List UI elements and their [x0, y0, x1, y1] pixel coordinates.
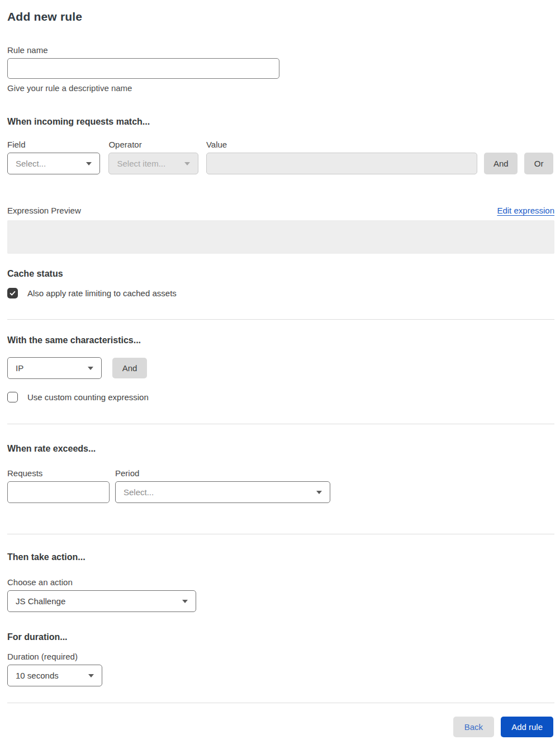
duration-select-value: 10 seconds	[16, 671, 59, 680]
section-divider	[7, 424, 554, 424]
rate-heading: When rate exceeds...	[7, 444, 553, 454]
operator-label: Operator	[108, 140, 198, 149]
action-select[interactable]: JS Challenge	[7, 590, 196, 612]
requests-input[interactable]	[7, 481, 110, 503]
characteristic-select-value: IP	[16, 363, 23, 373]
custom-counting-checkbox-label: Use custom counting expression	[27, 392, 149, 402]
chevron-down-icon	[88, 674, 94, 677]
add-rule-form: Add new rule Rule name Give your rule a …	[0, 0, 560, 744]
field-select[interactable]: Select...	[7, 153, 100, 174]
rule-name-helper: Give your rule a descriptive name	[7, 83, 553, 93]
choose-action-label: Choose an action	[7, 577, 553, 587]
check-icon	[9, 290, 16, 297]
period-select-value: Select...	[124, 487, 154, 497]
characteristics-and-button[interactable]: And	[112, 358, 147, 378]
custom-counting-checkbox[interactable]	[7, 392, 18, 402]
value-label: Value	[206, 140, 477, 149]
characteristics-heading: With the same characteristics...	[7, 335, 553, 345]
duration-label: Duration (required)	[7, 652, 553, 661]
footer-divider	[7, 703, 554, 703]
duration-select[interactable]: 10 seconds	[7, 665, 102, 686]
characteristic-select[interactable]: IP	[7, 357, 102, 379]
expression-preview-label: Expression Preview	[7, 206, 81, 215]
period-label: Period	[115, 468, 330, 478]
action-select-value: JS Challenge	[16, 596, 65, 606]
chevron-down-icon	[86, 162, 92, 165]
back-button[interactable]: Back	[453, 717, 494, 737]
field-label: Field	[7, 140, 100, 149]
duration-heading: For duration...	[7, 632, 553, 642]
cached-assets-checkbox[interactable]	[7, 288, 18, 298]
value-input	[206, 153, 477, 174]
chevron-down-icon	[182, 600, 188, 603]
period-select[interactable]: Select...	[115, 481, 330, 503]
chevron-down-icon	[88, 367, 93, 370]
section-divider	[7, 319, 554, 320]
rule-name-label: Rule name	[7, 45, 553, 55]
chevron-down-icon	[184, 162, 190, 165]
requests-label: Requests	[7, 468, 110, 478]
match-section-heading: When incoming requests match...	[7, 117, 553, 127]
add-rule-button[interactable]: Add rule	[501, 717, 553, 737]
chevron-down-icon	[316, 491, 322, 494]
or-button[interactable]: Or	[524, 153, 553, 174]
rule-name-input[interactable]	[7, 58, 279, 79]
expression-preview-box	[7, 220, 554, 254]
cache-status-heading: Cache status	[7, 269, 553, 279]
operator-select: Select item...	[108, 153, 198, 174]
and-button[interactable]: And	[484, 153, 518, 174]
action-heading: Then take action...	[7, 552, 553, 562]
page-title: Add new rule	[7, 10, 553, 23]
operator-select-value: Select item...	[117, 159, 165, 168]
edit-expression-link[interactable]: Edit expression	[497, 206, 554, 215]
section-divider	[7, 534, 554, 534]
field-select-value: Select...	[16, 159, 46, 168]
cached-assets-checkbox-label: Also apply rate limiting to cached asset…	[27, 288, 177, 298]
